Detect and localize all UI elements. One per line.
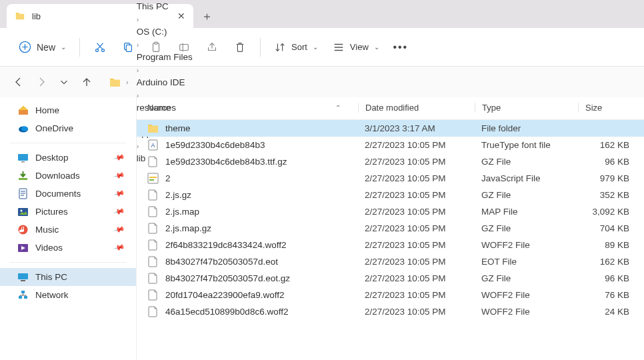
file-name: 2f64b833219dc8433424.woff2 <box>165 240 286 250</box>
column-name[interactable]: Name⌃ <box>145 103 358 113</box>
file-row[interactable]: 8b43027f47b20503057d.eot.gz 2/27/2023 10… <box>137 270 644 287</box>
folder-icon <box>15 11 25 21</box>
sort-caret-icon: ⌃ <box>335 104 341 111</box>
file-date: 2/27/2023 10:05 PM <box>358 207 475 217</box>
file-icon <box>147 289 159 301</box>
file-name: 46a15ecd510899b0d8c6.woff2 <box>165 307 288 317</box>
file-row[interactable]: 46a15ecd510899b0d8c6.woff2 2/27/2023 10:… <box>137 303 644 320</box>
file-name: 2.js.map.gz <box>165 223 211 233</box>
breadcrumb-segment[interactable]: Arduino IDE <box>134 75 195 90</box>
file-icon <box>147 189 159 201</box>
file-size: 96 KB <box>578 157 644 167</box>
file-name: 2.js.map <box>165 207 199 217</box>
file-icon <box>147 273 159 284</box>
file-size: 704 KB <box>578 223 644 233</box>
file-date: 2/27/2023 10:05 PM <box>358 140 475 150</box>
file-type: JavaScript File <box>475 173 578 183</box>
file-date: 2/27/2023 10:05 PM <box>358 240 475 250</box>
sidebar-item-downloads[interactable]: Downloads📌 <box>0 167 136 185</box>
sidebar-item-home[interactable]: Home <box>0 101 136 119</box>
sidebar-item-documents[interactable]: Documents📌 <box>0 185 136 203</box>
file-size: 162 KB <box>578 257 644 267</box>
js-icon <box>147 173 159 184</box>
file-date: 2/27/2023 10:05 PM <box>358 290 475 300</box>
thispc-icon <box>17 271 29 283</box>
file-list: Name⌃ Date modified Type Size theme 3/1/… <box>137 97 644 360</box>
file-date: 2/27/2023 10:05 PM <box>358 307 475 317</box>
sidebar-item-desktop[interactable]: Desktop📌 <box>0 149 136 167</box>
sidebar: HomeOneDrive Desktop📌Downloads📌Documents… <box>0 97 137 360</box>
pin-icon: 📌 <box>113 241 126 253</box>
back-button[interactable] <box>12 75 25 89</box>
file-row[interactable]: 2 2/27/2023 10:05 PM JavaScript File 979… <box>137 170 644 187</box>
file-icon <box>147 223 159 234</box>
file-date: 2/27/2023 10:05 PM <box>358 190 475 200</box>
breadcrumb-segment[interactable]: Program Files <box>134 49 195 65</box>
breadcrumb-segment[interactable]: OS (C:) <box>134 24 195 39</box>
file-size: 89 KB <box>578 240 644 250</box>
desktop-icon <box>17 152 29 163</box>
file-name: 2.js.gz <box>165 190 191 200</box>
recent-button[interactable] <box>57 75 71 89</box>
sidebar-item-network[interactable]: Network <box>0 286 136 304</box>
file-row[interactable]: 8b43027f47b20503057d.eot 2/27/2023 10:05… <box>137 253 644 270</box>
sidebar-item-videos[interactable]: Videos📌 <box>0 239 136 257</box>
forward-button[interactable] <box>35 75 48 89</box>
column-size[interactable]: Size <box>578 103 644 113</box>
sidebar-item-this-pc[interactable]: This PC <box>0 268 136 286</box>
breadcrumb-segment[interactable]: This PC <box>134 0 195 14</box>
separator <box>9 143 127 143</box>
file-name: 1e59d2330b4c6deb84b3.ttf.gz <box>165 157 287 167</box>
file-row[interactable]: 2.js.map 2/27/2023 10:05 PM MAP File 3,0… <box>137 203 644 220</box>
file-row[interactable]: 2.js.map.gz 2/27/2023 10:05 PM GZ File 7… <box>137 220 644 237</box>
column-type[interactable]: Type <box>475 103 578 113</box>
file-row[interactable]: 1e59d2330b4c6deb84b3 2/27/2023 10:05 PM … <box>137 137 644 153</box>
up-button[interactable] <box>80 75 93 89</box>
pin-icon: 📌 <box>113 223 126 235</box>
separator <box>9 262 127 263</box>
file-type: GZ File <box>475 157 578 167</box>
sidebar-item-onedrive[interactable]: OneDrive <box>0 119 136 137</box>
file-size: 352 KB <box>578 190 644 200</box>
pictures-icon <box>17 206 29 217</box>
file-icon <box>147 239 159 251</box>
column-header: Name⌃ Date modified Type Size <box>137 97 644 120</box>
file-icon <box>147 306 159 317</box>
file-type: File folder <box>475 123 578 133</box>
file-row[interactable]: 1e59d2330b4c6deb84b3.ttf.gz 2/27/2023 10… <box>137 153 644 170</box>
file-row[interactable]: 20fd1704ea223900efa9.woff2 2/27/2023 10:… <box>137 287 644 303</box>
new-button[interactable]: New ⌄ <box>12 37 73 57</box>
file-icon <box>147 256 159 267</box>
file-type: GZ File <box>475 273 578 283</box>
column-date[interactable]: Date modified <box>358 103 475 113</box>
file-name: 20fd1704ea223900efa9.woff2 <box>165 290 284 300</box>
sidebar-item-pictures[interactable]: Pictures📌 <box>0 203 136 221</box>
music-icon <box>17 224 29 235</box>
file-row[interactable]: 2.js.gz 2/27/2023 10:05 PM GZ File 352 K… <box>137 187 644 203</box>
videos-icon <box>17 242 29 253</box>
file-size: 76 KB <box>578 290 644 300</box>
file-name: 8b43027f47b20503057d.eot.gz <box>165 273 290 283</box>
file-type: WOFF2 File <box>475 307 578 317</box>
file-row[interactable]: theme 3/1/2023 3:17 AM File folder <box>137 120 644 137</box>
pin-icon: 📌 <box>113 187 126 199</box>
file-type: WOFF2 File <box>475 240 578 250</box>
pin-icon: 📌 <box>113 169 126 181</box>
file-size: 979 KB <box>578 173 644 183</box>
main: HomeOneDrive Desktop📌Downloads📌Documents… <box>0 97 644 360</box>
file-date: 2/27/2023 10:05 PM <box>358 257 475 267</box>
chevron-right-icon[interactable]: › <box>123 78 131 86</box>
chevron-right-icon[interactable]: › <box>134 15 142 23</box>
network-icon <box>17 289 29 301</box>
file-date: 3/1/2023 3:17 AM <box>358 123 475 133</box>
file-size: 24 KB <box>578 307 644 317</box>
file-icon <box>147 206 159 217</box>
chevron-right-icon[interactable]: › <box>134 66 142 74</box>
sidebar-item-music[interactable]: Music📌 <box>0 221 136 239</box>
chevron-right-icon[interactable]: › <box>134 41 142 49</box>
file-type: MAP File <box>475 207 578 217</box>
file-date: 2/27/2023 10:05 PM <box>358 273 475 283</box>
file-icon <box>147 156 159 167</box>
file-type: EOT File <box>475 257 578 267</box>
file-row[interactable]: 2f64b833219dc8433424.woff2 2/27/2023 10:… <box>137 237 644 253</box>
